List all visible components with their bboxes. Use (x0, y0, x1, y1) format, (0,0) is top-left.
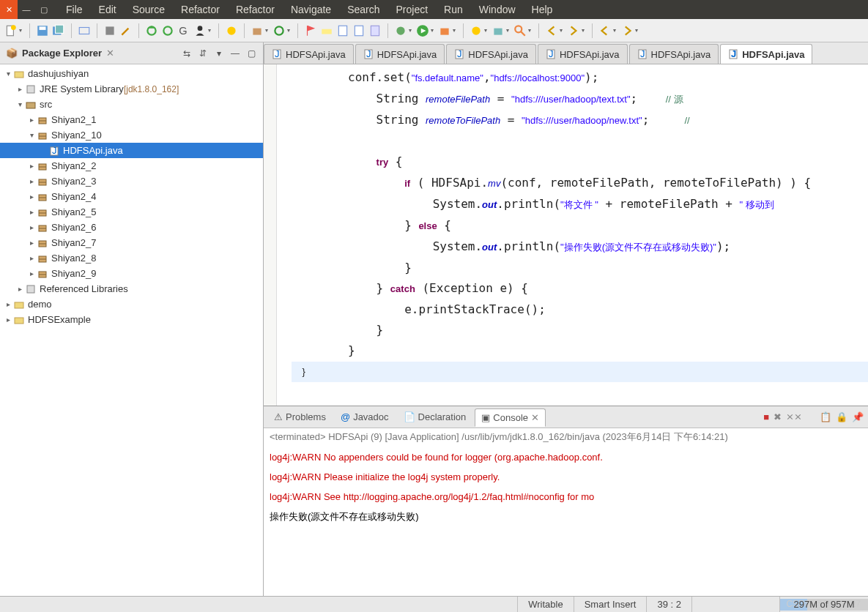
panel-title: Package Explorer (22, 48, 102, 59)
menu-search[interactable]: Search (340, 1, 387, 18)
save-all-icon[interactable] (52, 24, 65, 37)
remove-all-icon[interactable]: ⨯⨯ (786, 411, 802, 422)
menubar: FileEditSourceRefactorRefactorNavigateSe… (53, 0, 560, 19)
package-explorer-panel: 📦 Package Explorer ✕ ⇆ ⇵ ▾ — ▢ ▾dashujus… (0, 42, 264, 596)
svg-point-14 (275, 26, 283, 34)
tree-item[interactable]: ▾dashujushiyan (0, 66, 263, 81)
menu-run[interactable]: Run (437, 1, 470, 18)
user-icon[interactable] (193, 24, 207, 37)
svg-point-9 (163, 26, 171, 34)
tree-item[interactable]: ▾src (0, 97, 263, 112)
link-editor-icon[interactable]: ⇵ (197, 48, 209, 59)
editor-tab[interactable]: JHDFSApi.java (264, 44, 354, 64)
window-close-button[interactable]: ✕ (0, 0, 18, 19)
editor-tab[interactable]: JHDFSApi.java (538, 44, 628, 64)
svg-text:J: J (275, 49, 280, 59)
menu-refactor[interactable]: Refactor (174, 1, 227, 18)
cycle-icon[interactable] (272, 24, 286, 37)
tree-item[interactable]: ▸JRE System Library [jdk1.8.0_162] (0, 81, 263, 97)
new-pkg-icon[interactable] (492, 24, 505, 37)
menu-navigate[interactable]: Navigate (283, 1, 338, 18)
window-maximize-button[interactable]: ▢ (35, 0, 53, 19)
search-icon[interactable] (513, 24, 527, 37)
editor-tab[interactable]: JHDFSApi.java (720, 44, 812, 64)
clear-console-icon[interactable]: 📋 (820, 411, 831, 422)
package-tree[interactable]: ▾dashujushiyan▸JRE System Library [jdk1.… (0, 64, 263, 596)
console-panel: ⚠Problems @Javadoc 📄Declaration ▣Console… (264, 406, 868, 596)
highlight-icon[interactable] (320, 24, 333, 37)
minimize-icon[interactable]: — (229, 48, 241, 59)
editor-tab[interactable]: JHDFSApi.java (629, 44, 719, 64)
menu-project[interactable]: Project (389, 1, 436, 18)
maximize-icon[interactable]: ▢ (245, 48, 257, 59)
toggle-icon[interactable] (78, 24, 91, 37)
back-icon[interactable] (598, 24, 612, 37)
new-icon[interactable] (4, 24, 18, 37)
debug-icon[interactable] (394, 24, 407, 37)
pin-console-icon[interactable]: 📌 (852, 411, 864, 422)
new-class-icon[interactable] (470, 24, 483, 37)
bookmark-icon[interactable] (368, 24, 382, 37)
menu-window[interactable]: Window (472, 1, 523, 18)
package-icon[interactable] (251, 24, 264, 37)
tree-item[interactable]: ▸Shiyan2_3 (0, 173, 263, 189)
view-menu-icon[interactable]: ▾ (213, 48, 225, 59)
close-view-icon[interactable]: ✕ (106, 48, 114, 59)
problems-tab[interactable]: ⚠Problems (268, 408, 332, 425)
console-output[interactable]: log4j:WARN No appenders could be found f… (264, 446, 868, 596)
editor-tab[interactable]: JHDFSApi.java (355, 44, 445, 64)
tree-item[interactable]: ▸Referenced Libraries (0, 281, 263, 296)
svg-rect-7 (105, 26, 114, 34)
declaration-tab[interactable]: 📄Declaration (398, 408, 472, 425)
refresh2-icon[interactable] (161, 24, 174, 37)
tree-item[interactable]: ▸Shiyan2_6 (0, 220, 263, 235)
tree-item[interactable]: ▸Shiyan2_9 (0, 266, 263, 281)
tree-item[interactable]: ▸Shiyan2_4 (0, 189, 263, 204)
type-icon[interactable]: G (177, 24, 190, 37)
forward-icon[interactable] (620, 24, 634, 37)
tree-item[interactable]: ▸Shiyan2_8 (0, 250, 263, 266)
open-type-icon[interactable] (225, 24, 238, 37)
scroll-lock-icon[interactable]: 🔒 (836, 411, 847, 422)
tree-item[interactable]: ▸Shiyan2_1 (0, 112, 263, 127)
remove-launch-icon[interactable]: ✖ (774, 411, 782, 422)
window-minimize-button[interactable]: — (18, 0, 35, 19)
refresh-icon[interactable] (145, 24, 158, 37)
flag-icon[interactable] (304, 24, 317, 37)
main-toolbar: ▾ G ▾ ▾ ▾ ▾ ▾ ▾ ▾ ▾ ▾ ▾ ▾ ▾ ▾ (0, 19, 868, 42)
tree-item[interactable]: ▸Shiyan2_5 (0, 204, 263, 220)
task2-icon[interactable] (352, 24, 366, 37)
build-icon[interactable] (103, 24, 116, 37)
svg-text:G: G (179, 24, 187, 36)
menu-help[interactable]: Help (524, 1, 560, 18)
next-annotation-icon[interactable] (567, 24, 580, 37)
prev-annotation-icon[interactable] (545, 24, 558, 37)
collapse-icon[interactable]: ⇆ (181, 48, 193, 59)
console-tab[interactable]: ▣Console ✕ (475, 408, 546, 427)
save-icon[interactable] (36, 24, 49, 37)
tree-item[interactable]: ▸demo (0, 296, 263, 312)
wand-icon[interactable] (119, 24, 133, 37)
menu-source[interactable]: Source (125, 1, 172, 18)
code-editor[interactable]: conf.set("fs.default.name","hdfs://local… (264, 64, 868, 406)
run-icon[interactable] (416, 24, 429, 37)
svg-rect-18 (371, 26, 379, 36)
window-titlebar: ✕ — ▢ FileEditSourceRefactorRefactorNavi… (0, 0, 868, 19)
editor-tab[interactable]: JHDFSApi.java (446, 44, 536, 64)
terminate-icon[interactable]: ■ (763, 411, 769, 422)
tree-item[interactable]: ▸HDFSExample (0, 312, 263, 327)
tree-item[interactable]: ▾Shiyan2_10 (0, 127, 263, 143)
menu-refactor[interactable]: Refactor (229, 1, 282, 18)
svg-point-24 (515, 26, 522, 32)
task-icon[interactable] (336, 24, 349, 37)
svg-point-1 (11, 25, 16, 30)
menu-file[interactable]: File (59, 1, 90, 18)
menu-edit[interactable]: Edit (92, 1, 124, 18)
tree-item[interactable]: JHDFSApi.java (0, 143, 263, 158)
javadoc-tab[interactable]: @Javadoc (335, 408, 395, 425)
tree-item[interactable]: ▸Shiyan2_7 (0, 235, 263, 250)
tree-item[interactable]: ▸Shiyan2_2 (0, 158, 263, 173)
svg-text:J: J (52, 146, 57, 156)
ext-tools-icon[interactable] (438, 24, 451, 37)
svg-point-22 (472, 26, 480, 34)
